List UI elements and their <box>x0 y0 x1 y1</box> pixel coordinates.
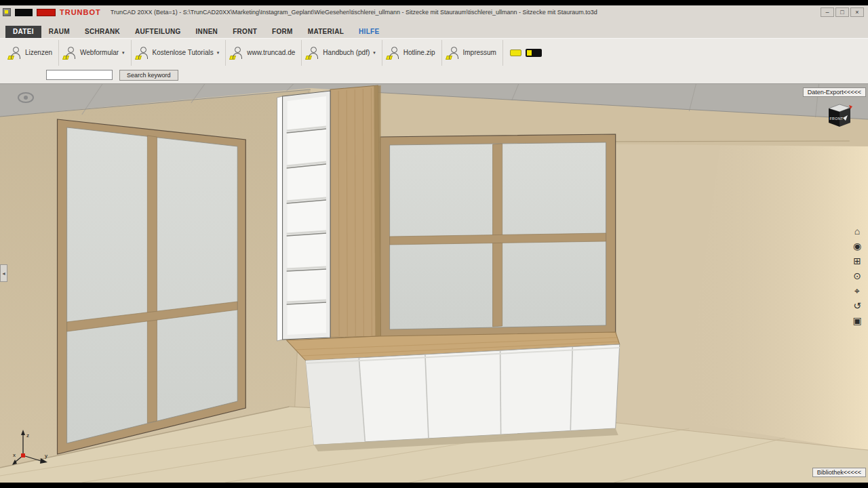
maximize-button[interactable]: □ <box>835 7 849 17</box>
menu-form[interactable]: FORM <box>264 26 300 38</box>
eye-icon[interactable]: ◉ <box>852 241 863 251</box>
ribbon-hotline-button[interactable]: Hotline.zip <box>382 40 442 66</box>
ribbon-handbuch-button[interactable]: Handbuch (pdf) ▾ <box>302 40 382 66</box>
ribbon-webformular-button[interactable]: Webformular ▾ <box>59 40 132 66</box>
viewport-3d[interactable]: Daten-Export<<<<< FRONT ⌂ ◉ ⊞ ⊙ ⌖ ↺ ▣ ◄ … <box>0 84 868 483</box>
ribbon-label: Webformular <box>80 49 119 56</box>
ribbon-label: Lizenzen <box>25 49 52 56</box>
zoom-icon[interactable]: ⊙ <box>852 271 863 281</box>
ribbon-truncad-de-button[interactable]: www.truncad.de <box>226 40 302 66</box>
rotate-icon[interactable]: ↺ <box>852 301 863 310</box>
yellow-badge-icon <box>446 56 452 60</box>
search-keyword-button[interactable]: Search keyword <box>119 70 178 81</box>
menu-aufteilung[interactable]: AUFTEILUNG <box>127 26 188 38</box>
axis-origin <box>21 453 25 458</box>
search-input[interactable] <box>46 70 113 80</box>
bench-front-left-shade <box>306 358 366 445</box>
zoom-window-icon[interactable]: ⊞ <box>852 256 863 266</box>
daten-export-button[interactable]: Daten-Export<<<<< <box>803 87 866 97</box>
yellow-badge-icon <box>229 56 236 60</box>
mullion <box>147 136 157 423</box>
ribbon-impressum-button[interactable]: Impressum <box>442 40 503 66</box>
app-icon <box>3 8 11 16</box>
yellow-badge-icon <box>305 56 312 60</box>
window-title: TrunCAD 20XX (Beta=1) - S:\TrunCAD20XX\M… <box>111 9 816 16</box>
person-icon <box>308 46 319 59</box>
ribbon-label: Kostenlose Tutorials <box>153 49 214 56</box>
left-glazed-frame <box>58 119 246 454</box>
window-controls: – □ × <box>821 7 864 17</box>
hilfe-ribbon: Lizenzen Webformular ▾ Kostenlose Tutori… <box>0 38 868 66</box>
y-arrow <box>40 458 47 464</box>
pan-icon[interactable]: ⌖ <box>852 286 863 296</box>
ribbon-lizenzen-button[interactable]: Lizenzen <box>4 40 59 66</box>
view-toolbar: ⌂ ◉ ⊞ ⊙ ⌖ ↺ ▣ <box>852 226 863 325</box>
yellow-badge-icon <box>135 56 142 60</box>
menu-raum[interactable]: RAUM <box>41 26 77 38</box>
y-label: y <box>45 453 47 459</box>
person-icon <box>232 46 243 59</box>
cube-front-label: FRONT <box>830 117 844 121</box>
eye-pupil <box>24 96 28 100</box>
back-window <box>380 134 616 338</box>
dropdown-caret-icon: ▾ <box>217 50 220 56</box>
person-icon <box>389 46 400 59</box>
orientation-cube[interactable]: FRONT <box>823 102 853 129</box>
yellow-badge-icon <box>386 56 393 60</box>
black-toggle[interactable] <box>526 49 542 57</box>
minimize-button[interactable]: – <box>821 7 834 17</box>
search-row: Search keyword <box>0 66 868 84</box>
ribbon-label: Hotline.zip <box>403 49 435 56</box>
titlebar: TRUNBOT TrunCAD 20XX (Beta=1) - S:\TrunC… <box>0 5 868 19</box>
menu-material[interactable]: MATERIAL <box>300 26 351 38</box>
ribbon-label: www.truncad.de <box>247 49 295 56</box>
z-label: z <box>26 432 29 439</box>
yellow-badge-icon <box>62 56 69 60</box>
menu-front[interactable]: FRONT <box>225 26 264 38</box>
ribbon-toggles <box>510 49 542 57</box>
watermark-black-block <box>15 9 33 16</box>
z-arrow <box>21 430 25 435</box>
person-icon <box>448 46 460 59</box>
person-icon <box>10 46 22 59</box>
corner-cabinet <box>277 85 381 341</box>
yellow-toggle[interactable] <box>510 49 521 56</box>
window-bench <box>287 332 620 451</box>
scene-3d-render[interactable] <box>0 84 868 483</box>
person-icon <box>138 46 149 59</box>
ribbon-tutorials-button[interactable]: Kostenlose Tutorials ▾ <box>132 40 226 66</box>
ribbon-label: Impressum <box>463 49 496 56</box>
x-label: x <box>13 452 16 458</box>
dropdown-caret-icon: ▾ <box>122 50 125 56</box>
dropdown-caret-icon: ▾ <box>373 50 376 56</box>
shelf-side-panel <box>277 96 283 341</box>
home-icon[interactable]: ⌂ <box>852 226 863 236</box>
visibility-eye-icon[interactable] <box>18 92 34 103</box>
axis-triad: z x y <box>12 428 53 466</box>
menu-hilfe[interactable]: HILFE <box>351 26 387 38</box>
fit-view-icon[interactable]: ▣ <box>852 316 863 325</box>
left-panel-collapse-icon[interactable]: ◄ <box>0 264 7 282</box>
menu-schrank[interactable]: SCHRANK <box>77 26 127 38</box>
watermark-red-block <box>37 9 56 16</box>
yellow-badge-icon <box>7 56 14 60</box>
brand-logo: TRUNBOT <box>60 8 101 16</box>
ribbon-label: Handbuch (pdf) <box>323 49 370 56</box>
person-icon <box>65 46 77 59</box>
close-button[interactable]: × <box>850 7 864 17</box>
menu-datei[interactable]: DATEI <box>5 26 41 38</box>
menubar: DATEI RAUM SCHRANK AUFTEILUNG INNEN FRON… <box>0 19 868 38</box>
bibliothek-button[interactable]: Bibliothek<<<<< <box>812 468 866 477</box>
menu-innen[interactable]: INNEN <box>189 26 226 38</box>
truncad-window: TRUNBOT TrunCAD 20XX (Beta=1) - S:\TrunC… <box>0 5 868 483</box>
x-arrow <box>12 460 17 465</box>
video-frame: TRUNBOT TrunCAD 20XX (Beta=1) - S:\TrunC… <box>0 0 868 488</box>
